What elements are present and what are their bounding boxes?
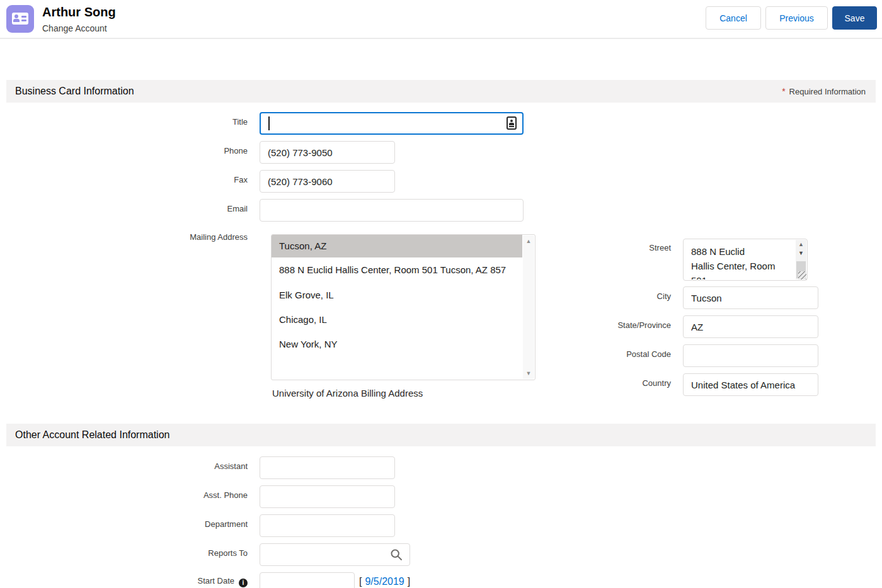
text-caret bbox=[268, 116, 270, 130]
reports-to-input[interactable] bbox=[260, 543, 410, 566]
assistant-input[interactable] bbox=[260, 456, 395, 479]
listbox-scrollbar[interactable]: ▲ ▼ bbox=[523, 235, 534, 379]
email-input[interactable] bbox=[260, 199, 524, 222]
state-label: State/Province bbox=[617, 319, 671, 332]
mailing-option-selected[interactable]: Tucson, AZ bbox=[272, 235, 522, 257]
previous-button[interactable]: Previous bbox=[765, 6, 828, 30]
scroll-down-icon[interactable]: ▼ bbox=[796, 250, 806, 256]
change-account-page: Arthur Song Change Account Cancel Previo… bbox=[0, 0, 882, 588]
fax-input[interactable] bbox=[260, 170, 395, 193]
postal-code-label: Postal Code bbox=[626, 348, 671, 361]
mailing-option[interactable]: New York, NY bbox=[272, 336, 522, 353]
country-input[interactable] bbox=[683, 373, 818, 396]
start-date-label: Start Datei bbox=[197, 575, 248, 587]
cancel-button[interactable]: Cancel bbox=[706, 6, 761, 30]
mailing-address-listbox[interactable]: Tucson, AZ 888 N Euclid Hallis Center, R… bbox=[271, 234, 536, 380]
mailing-option[interactable]: 888 N Euclid Hallis Center, Room 501 Tuc… bbox=[272, 261, 522, 279]
save-button[interactable]: Save bbox=[832, 6, 877, 30]
bracket-close: ] bbox=[408, 576, 410, 587]
city-input[interactable] bbox=[683, 286, 818, 309]
asst-phone-input[interactable] bbox=[260, 485, 395, 508]
street-textarea[interactable]: 888 N Euclid Hallis Center, Room 501 ▲ ▼ bbox=[683, 239, 808, 281]
contact-card-glyph bbox=[12, 13, 28, 25]
scroll-up-icon[interactable]: ▲ bbox=[523, 238, 534, 244]
email-label: Email bbox=[227, 203, 248, 215]
bracket-open: [ bbox=[359, 576, 362, 587]
asst-phone-label: Asst. Phone bbox=[203, 489, 248, 502]
phone-label: Phone bbox=[224, 145, 248, 157]
state-input[interactable] bbox=[683, 315, 818, 338]
reports-to-label: Reports To bbox=[208, 547, 248, 560]
section-title: Business Card Information bbox=[15, 80, 134, 103]
section-other-account-header: Other Account Related Information bbox=[6, 424, 876, 446]
fax-label: Fax bbox=[234, 174, 248, 186]
section-business-card-header: Business Card Information * Required Inf… bbox=[6, 80, 876, 103]
assistant-label: Assistant bbox=[214, 460, 248, 473]
contact-entity-icon bbox=[6, 5, 34, 33]
header-actions: Cancel Previous Save bbox=[706, 6, 877, 30]
page-title: Arthur Song bbox=[42, 5, 116, 20]
page-subtitle: Change Account bbox=[42, 23, 107, 33]
title-input[interactable] bbox=[260, 112, 524, 135]
today-date-link[interactable]: 9/5/2019 bbox=[365, 576, 404, 587]
section-title: Other Account Related Information bbox=[15, 424, 169, 446]
page-header: Arthur Song Change Account Cancel Previo… bbox=[0, 0, 882, 39]
start-date-input[interactable] bbox=[260, 572, 355, 588]
start-date-suggestion: [ 9/5/2019 ] bbox=[359, 576, 410, 587]
contact-autofill-icon[interactable] bbox=[507, 116, 517, 130]
mailing-address-label: Mailing Address bbox=[190, 231, 248, 244]
required-asterisk: * bbox=[782, 87, 785, 96]
mailing-address-caption: University of Arizona Billing Address bbox=[272, 388, 423, 399]
city-label: City bbox=[657, 290, 671, 303]
info-icon[interactable]: i bbox=[239, 579, 248, 587]
resize-grip-icon[interactable] bbox=[798, 271, 806, 280]
search-icon[interactable] bbox=[390, 548, 403, 561]
scroll-up-icon[interactable]: ▲ bbox=[796, 241, 806, 247]
required-information-note: * Required Information bbox=[782, 80, 866, 103]
mailing-option[interactable]: Chicago, IL bbox=[272, 311, 522, 329]
phone-input[interactable] bbox=[260, 141, 395, 164]
country-label: Country bbox=[642, 377, 671, 390]
required-note-text: Required Information bbox=[789, 87, 866, 96]
department-label: Department bbox=[205, 518, 248, 531]
postal-code-input[interactable] bbox=[683, 344, 818, 367]
scroll-down-icon[interactable]: ▼ bbox=[523, 370, 534, 376]
street-label: Street bbox=[649, 242, 671, 254]
title-label: Title bbox=[232, 116, 248, 128]
street-value: 888 N Euclid Hallis Center, Room 501 bbox=[691, 244, 784, 280]
mailing-option[interactable]: Elk Grove, IL bbox=[272, 286, 522, 304]
department-input[interactable] bbox=[260, 514, 395, 537]
